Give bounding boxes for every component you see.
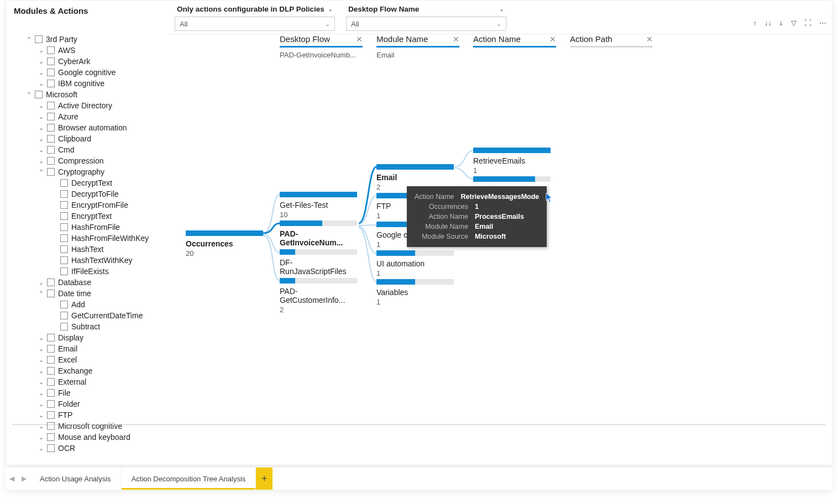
tree-item[interactable]: ⌄Microsoft cognitive (9, 421, 166, 432)
focus-icon[interactable]: ⛶ (804, 19, 811, 27)
checkbox[interactable] (60, 256, 68, 264)
checkbox[interactable] (60, 179, 68, 187)
filter-dlp-dropdown[interactable]: All ⌄ (175, 17, 335, 31)
checkbox[interactable] (47, 290, 55, 297)
chevron-down-icon[interactable]: ⌄ (36, 334, 46, 342)
checkbox[interactable] (47, 444, 55, 452)
tree-item[interactable]: ⌄Azure (9, 111, 166, 122)
sort-icon[interactable]: ↓↓ (764, 19, 772, 27)
chevron-up-icon[interactable]: ⌃ (36, 169, 46, 176)
tree-item[interactable]: ⌃3rd Party (9, 34, 166, 45)
node-root[interactable]: Occurrences 20 (186, 230, 263, 258)
chevron-down-icon[interactable]: ⌄ (36, 401, 46, 408)
filter-flowname-dropdown[interactable]: All ⌄ (346, 17, 506, 31)
drillup-icon[interactable]: ↑ (753, 19, 757, 27)
tree-item[interactable]: Subtract (9, 321, 166, 332)
close-icon[interactable]: ✕ (549, 35, 556, 44)
checkbox[interactable] (47, 146, 55, 154)
checkbox[interactable] (60, 223, 68, 231)
flow-node[interactable]: Get-Files-Test10 (280, 192, 357, 219)
tree-item[interactable]: ⌄Folder (9, 398, 166, 410)
checkbox[interactable] (60, 267, 68, 275)
tree-item[interactable]: ⌄Excel (9, 354, 166, 365)
tab-decomp[interactable]: Action Decomposition Tree Analysis (122, 468, 256, 490)
checkbox[interactable] (47, 102, 55, 109)
tree-item[interactable]: ⌄FTP (9, 410, 166, 421)
chevron-down-icon[interactable]: ⌄ (36, 146, 46, 154)
chevron-down-icon[interactable]: ⌄ (36, 412, 46, 419)
tree-item[interactable]: HashFromFile (9, 222, 166, 233)
flow-node[interactable]: PAD-GetCustomerInfo...2 (280, 278, 357, 314)
checkbox[interactable] (47, 356, 55, 364)
module-node[interactable]: UI automation1 (376, 250, 454, 277)
checkbox[interactable] (47, 345, 55, 353)
chevron-down-icon[interactable]: ⌄ (36, 124, 46, 132)
chevron-up-icon[interactable]: ⌃ (24, 91, 34, 98)
tree-item[interactable]: ⌄Clipboard (9, 133, 166, 144)
level-header-action[interactable]: Action Name✕ (473, 34, 556, 48)
checkbox[interactable] (60, 190, 68, 198)
chevron-down-icon[interactable]: ⌄ (36, 445, 46, 452)
filter-flowname-label[interactable]: Desktop Flow Name ⌄ (346, 4, 506, 14)
level-header-module[interactable]: Module Name✕ Email (376, 34, 459, 59)
sidebar-tree[interactable]: ⌃3rd Party⌄AWS⌄CyberArk⌄Google cognitive… (6, 34, 169, 465)
tree-item[interactable]: EncryptFromFile (9, 200, 166, 211)
checkbox[interactable] (47, 411, 55, 419)
checkbox[interactable] (47, 168, 55, 176)
checkbox[interactable] (60, 212, 68, 220)
tree-item[interactable]: DecryptText (9, 177, 166, 188)
chevron-down-icon[interactable]: ⌄ (36, 379, 46, 386)
tree-item[interactable]: ⌃Cryptography (9, 166, 166, 177)
chevron-down-icon[interactable]: ⌄ (36, 135, 46, 143)
chevron-up-icon[interactable]: ⌃ (24, 36, 34, 43)
tree-item[interactable]: ⌄Exchange (9, 365, 166, 376)
checkbox[interactable] (47, 389, 55, 397)
tree-item[interactable]: EncryptText (9, 211, 166, 222)
checkbox[interactable] (60, 312, 68, 319)
more-icon[interactable]: ⋯ (819, 19, 826, 27)
checkbox[interactable] (47, 113, 55, 120)
decomposition-canvas[interactable]: ↑ ↓↓ ⫰ ▽ ⛶ ⋯ Desktop Flow✕ PAD-GetInvoic… (169, 34, 832, 465)
tree-item[interactable]: HashTextWithKey (9, 255, 166, 266)
checkbox[interactable] (47, 135, 55, 143)
tab-next-icon[interactable]: ▶ (18, 475, 30, 482)
tree-item[interactable]: ⌄File (9, 387, 166, 398)
module-node[interactable]: Variables1 (376, 279, 454, 306)
tree-item[interactable]: ⌃Date time (9, 288, 166, 299)
checkbox[interactable] (47, 400, 55, 408)
checkbox[interactable] (47, 422, 55, 430)
chevron-down-icon[interactable]: ⌄ (36, 58, 46, 65)
checkbox[interactable] (35, 35, 43, 43)
chevron-down-icon[interactable]: ⌄ (36, 113, 46, 120)
tree-item[interactable]: DecryptToFile (9, 188, 166, 200)
close-icon[interactable]: ✕ (356, 35, 363, 44)
tab-prev-icon[interactable]: ◀ (6, 475, 18, 482)
checkbox[interactable] (60, 323, 68, 330)
chevron-down-icon[interactable]: ⌄ (36, 80, 46, 87)
tree-item[interactable]: Add (9, 299, 166, 310)
chevron-down-icon[interactable]: ⌄ (36, 423, 46, 430)
checkbox[interactable] (47, 279, 55, 286)
tree-item[interactable]: GetCurrentDateTime (9, 310, 166, 321)
tree-item[interactable]: ⌄Active Directory (9, 100, 166, 111)
tab-usage[interactable]: Action Usage Analysis (30, 468, 122, 490)
checkbox[interactable] (60, 234, 68, 242)
tree-item[interactable]: ⌄Browser automation (9, 122, 166, 133)
tree-item[interactable]: ⌄Display (9, 332, 166, 343)
checkbox[interactable] (35, 91, 43, 98)
chevron-down-icon[interactable]: ⌄ (36, 47, 46, 54)
chevron-up-icon[interactable]: ⌃ (36, 290, 46, 297)
tab-add-button[interactable]: + (256, 468, 273, 490)
checkbox[interactable] (47, 433, 55, 441)
tree-item[interactable]: ⌄CyberArk (9, 56, 166, 67)
level-header-flow[interactable]: Desktop Flow✕ PAD-GetInvoiceNumb... (280, 34, 363, 59)
chevron-down-icon[interactable]: ⌄ (36, 102, 46, 109)
checkbox[interactable] (47, 157, 55, 165)
close-icon[interactable]: ✕ (453, 35, 459, 44)
checkbox[interactable] (47, 80, 55, 87)
tree-item[interactable]: ⌄AWS (9, 45, 166, 56)
tree-item[interactable]: ⌄Database (9, 277, 166, 288)
chevron-down-icon[interactable]: ⌄ (36, 345, 46, 353)
chevron-down-icon[interactable]: ⌄ (36, 158, 46, 165)
tree-item[interactable]: IfFileExists (9, 266, 166, 277)
